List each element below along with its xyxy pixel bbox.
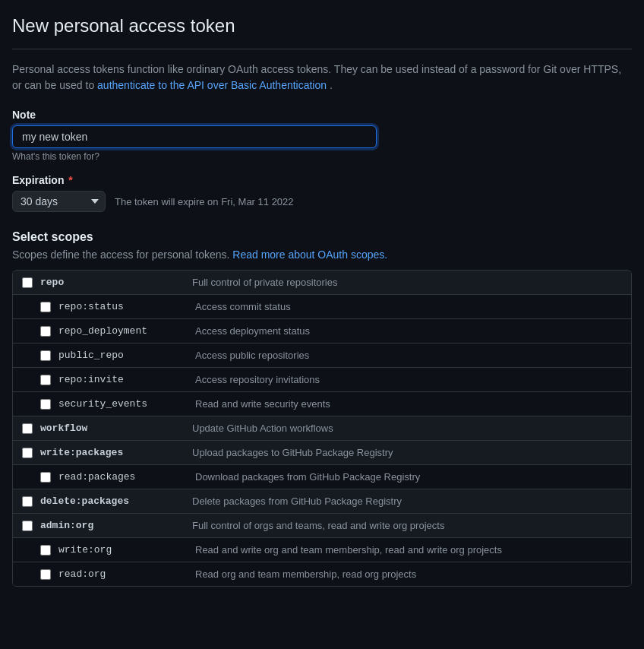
scopes-description: Scopes define the access for personal to…	[12, 249, 632, 261]
note-label: Note	[12, 109, 632, 121]
scope-row-public-repo: public_repo Access public repositories	[13, 343, 631, 368]
checkbox-write-org[interactable]	[40, 545, 51, 556]
note-input[interactable]	[12, 125, 377, 148]
scope-desc-read-packages: Download packages from GitHub Package Re…	[195, 471, 622, 483]
auth-link[interactable]: authenticate to the API over Basic Authe…	[97, 79, 327, 91]
scope-desc-repo-invite: Access repository invitations	[195, 374, 622, 385]
scope-name-public-repo: public_repo	[58, 350, 195, 361]
description-text-2: .	[330, 79, 333, 91]
scopes-link[interactable]: Read more about OAuth scopes.	[232, 249, 387, 261]
scope-desc-write-org: Read and write org and team membership, …	[195, 544, 622, 556]
scope-desc-security-events: Read and write security events	[195, 398, 622, 410]
note-group: Note What's this token for?	[12, 109, 632, 162]
scope-name-read-org: read:org	[58, 568, 195, 580]
checkbox-read-packages[interactable]	[40, 472, 51, 483]
scope-row-write-packages: write:packages Upload packages to GitHub…	[13, 441, 631, 465]
scope-desc-admin-org: Full control of orgs and teams, read and…	[192, 520, 622, 531]
scope-row-write-org: write:org Read and write org and team me…	[13, 538, 631, 562]
scope-desc-workflow: Update GitHub Action workflows	[192, 423, 622, 434]
scope-name-read-packages: read:packages	[58, 471, 195, 483]
checkbox-repo-status[interactable]	[40, 302, 51, 312]
scope-desc-public-repo: Access public repositories	[195, 350, 622, 361]
expiration-row: 30 days 7 days 60 days 90 days Custom No…	[12, 191, 632, 212]
scope-row-repo-status: repo:status Access commit status	[13, 295, 631, 319]
page-container: New personal access token Personal acces…	[0, 0, 644, 602]
scope-name-write-org: write:org	[58, 544, 195, 556]
scope-row-admin-org: admin:org Full control of orgs and teams…	[13, 514, 631, 538]
checkbox-public-repo[interactable]	[40, 350, 51, 361]
note-hint: What's this token for?	[12, 151, 632, 162]
scope-desc-repo-status: Access commit status	[195, 301, 622, 312]
scopes-table: repo Full control of private repositorie…	[12, 270, 632, 587]
scope-name-repo-deployment: repo_deployment	[58, 325, 195, 337]
scope-name-repo-status: repo:status	[58, 301, 195, 312]
checkbox-read-org[interactable]	[40, 569, 51, 580]
scope-row-read-packages: read:packages Download packages from Git…	[13, 465, 631, 489]
scope-name-security-events: security_events	[58, 398, 195, 410]
scope-name-repo-invite: repo:invite	[58, 374, 195, 385]
page-description: Personal access tokens function like ord…	[12, 62, 632, 93]
expiration-select[interactable]: 30 days 7 days 60 days 90 days Custom No…	[12, 191, 106, 212]
scope-row-repo-invite: repo:invite Access repository invitation…	[13, 368, 631, 392]
scope-desc-repo-deployment: Access deployment status	[195, 325, 622, 337]
scope-name-delete-packages: delete:packages	[40, 495, 192, 507]
checkbox-delete-packages[interactable]	[22, 496, 33, 507]
scopes-section: Select scopes Scopes define the access f…	[12, 230, 632, 587]
scopes-title: Select scopes	[12, 230, 632, 244]
scope-row-repo: repo Full control of private repositorie…	[13, 271, 631, 295]
scope-row-security-events: security_events Read and write security …	[13, 392, 631, 416]
scope-row-read-org: read:org Read org and team membership, r…	[13, 562, 631, 586]
scope-name-admin-org: admin:org	[40, 520, 192, 531]
scope-desc-write-packages: Upload packages to GitHub Package Regist…	[192, 447, 622, 458]
checkbox-repo-invite[interactable]	[40, 375, 51, 385]
scope-desc-delete-packages: Delete packages from GitHub Package Regi…	[192, 495, 622, 507]
checkbox-repo[interactable]	[22, 277, 33, 288]
scope-name-repo: repo	[40, 277, 192, 288]
expiration-group: Expiration * 30 days 7 days 60 days 90 d…	[12, 174, 632, 212]
expiry-note: The token will expire on Fri, Mar 11 202…	[115, 196, 294, 207]
scope-desc-repo: Full control of private repositories	[192, 277, 622, 288]
scope-row-delete-packages: delete:packages Delete packages from Git…	[13, 489, 631, 514]
checkbox-workflow[interactable]	[22, 423, 33, 434]
scope-row-repo-deployment: repo_deployment Access deployment status	[13, 319, 631, 343]
page-title: New personal access token	[12, 15, 632, 49]
scope-name-workflow: workflow	[40, 423, 192, 434]
required-star: *	[68, 174, 72, 186]
checkbox-repo-deployment[interactable]	[40, 326, 51, 337]
expiration-label: Expiration *	[12, 174, 632, 186]
scope-desc-read-org: Read org and team membership, read org p…	[195, 568, 622, 580]
checkbox-admin-org[interactable]	[22, 521, 33, 531]
checkbox-write-packages[interactable]	[22, 448, 33, 458]
checkbox-security-events[interactable]	[40, 399, 51, 410]
scope-row-workflow: workflow Update GitHub Action workflows	[13, 416, 631, 441]
scope-name-write-packages: write:packages	[40, 447, 192, 458]
